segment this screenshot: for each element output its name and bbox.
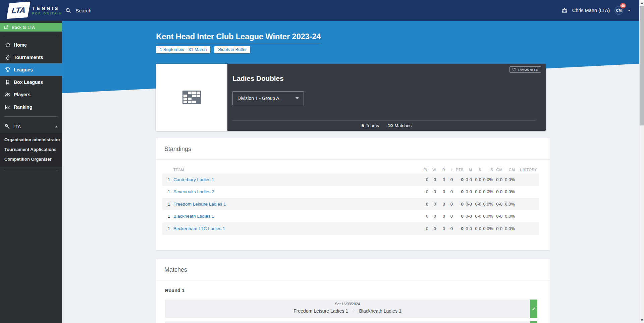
standings-row: 1 Sevenoaks Ladies 2 0 0 0 0 0 0-0 0-0 0…: [162, 186, 539, 198]
team-link[interactable]: Sevenoaks Ladies 2: [173, 189, 214, 194]
col-s-pct: S: [481, 168, 493, 172]
round-label: Round 1: [165, 288, 184, 293]
standings-row: 1 Canterbury Ladies 1 0 0 0 0 0 0-0 0-0 …: [162, 173, 539, 186]
chevron-down-icon: [296, 97, 299, 99]
event-stats: 5 Teams 10 Matches: [227, 120, 546, 131]
col-pts: PTS: [453, 168, 464, 172]
col-s: S: [472, 168, 481, 172]
event-image-panel: [156, 64, 227, 131]
col-d: D: [436, 168, 445, 172]
team-link[interactable]: Blackheath Ladies 1: [173, 214, 214, 219]
medal-icon: [5, 55, 10, 60]
scrollbar-down-arrow-icon[interactable]: [641, 319, 643, 321]
matches-section: Matches Round 1 Sat 16/03/2024 Freedom L…: [156, 259, 550, 323]
sidebar-item-ranking[interactable]: Ranking: [0, 101, 62, 113]
page-title: Kent Head Inter Club League Winter 2023-…: [156, 32, 321, 43]
team-link[interactable]: Freedom Leisure Ladies 1: [173, 202, 226, 207]
col-pl: PL: [416, 168, 428, 172]
basket-icon[interactable]: [561, 8, 568, 13]
division-select-value: Division 1 - Group A: [237, 96, 279, 101]
standings-row: 1 Freedom Leisure Ladies 1 0 0 0 0 0 0-0…: [162, 198, 539, 210]
division-select[interactable]: Division 1 - Group A: [232, 91, 304, 105]
col-gm-pct: GM: [502, 168, 515, 172]
lta-logo[interactable]: LTA TENNIS FOR BRITAIN: [8, 2, 62, 18]
col-team: TEAM: [173, 168, 416, 172]
match-row[interactable]: Sat 16/03/2024 Freedom Leisure Ladies 1 …: [165, 300, 537, 318]
search-label: Search: [75, 8, 92, 13]
rank-cell: 1: [162, 177, 173, 182]
standings-section: Standings TEAM PL W D L PTS M S S GM GM …: [156, 138, 550, 250]
user-menu-name[interactable]: Chris Mann (LTA): [572, 8, 610, 13]
standings-header-row: TEAM PL W D L PTS M S S GM GM HISTORY: [162, 166, 539, 173]
search-button[interactable]: Search: [65, 0, 92, 21]
sidebar-item-leagues[interactable]: Leagues: [0, 63, 62, 76]
teams-stat: 5 Teams: [362, 123, 379, 128]
sidebar-divider: [4, 170, 58, 170]
standings-row: 1 Blackheath Ladies 1 0 0 0 0 0 0-0 0-0 …: [162, 210, 539, 223]
top-navbar: LTA TENNIS FOR BRITAIN Search Chris Mann…: [0, 0, 639, 21]
section-divider: [156, 280, 550, 280]
page-scrollbar[interactable]: [639, 0, 644, 323]
sidebar-item-organisation-administrator[interactable]: Organisation administrator: [0, 135, 62, 145]
page-badges: 1 September - 31 March Siobhan Butler: [156, 46, 250, 53]
match-edit-button[interactable]: [530, 300, 537, 318]
match-teams: Freedom Leisure Ladies 1 - Blackheath La…: [165, 308, 530, 314]
sidebar-item-tournaments[interactable]: Tournaments: [0, 51, 62, 63]
standings-heading: Standings: [156, 138, 550, 153]
chart-line-icon: [5, 105, 10, 109]
trophy-icon: [5, 67, 10, 72]
matches-stat: 10 Matches: [388, 123, 412, 128]
notification-badge: 40: [620, 3, 626, 8]
favourite-label: FAVOURITE: [518, 68, 538, 71]
rank-cell: 1: [162, 189, 173, 194]
home-icon: [5, 42, 10, 47]
match-date: Sat 16/03/2024: [165, 302, 530, 306]
standings-table: TEAM PL W D L PTS M S S GM GM HISTORY 1 …: [162, 166, 539, 235]
sidebar-admin-panel: Organisation administrator Tournament Ap…: [0, 133, 62, 167]
standings-rows: 1 Canterbury Ladies 1 0 0 0 0 0 0-0 0-0 …: [162, 173, 539, 235]
team-link[interactable]: Canterbury Ladies 1: [173, 177, 214, 182]
search-icon: [65, 8, 71, 13]
match-row[interactable]: [165, 321, 537, 323]
sidebar-item-home[interactable]: Home: [0, 39, 62, 51]
brand-line1: TENNIS: [32, 6, 62, 11]
sidebar-item-tournament-applications[interactable]: Tournament Applications: [0, 145, 62, 154]
avatar[interactable]: CM 40: [614, 6, 623, 15]
away-team: Blackheath Ladies 1: [359, 308, 401, 314]
sidebar: Back to LTA Home Tournaments Leagues Box…: [0, 21, 62, 323]
ladder-icon: [5, 79, 10, 85]
draw-grid-icon: [182, 91, 201, 104]
col-w: W: [428, 168, 436, 172]
section-divider: [156, 159, 550, 160]
team-link[interactable]: Beckenham LTC Ladies 1: [173, 226, 225, 231]
sidebar-item-players[interactable]: Players: [0, 88, 62, 101]
players-icon: [5, 92, 10, 97]
sidebar-divider: [4, 116, 58, 117]
matches-heading: Matches: [156, 259, 550, 273]
col-history: HISTORY: [515, 168, 539, 172]
favourite-button[interactable]: FAVOURITE: [509, 66, 541, 73]
event-title: Ladies Doubles: [232, 74, 283, 83]
rank-cell: 1: [162, 214, 173, 219]
back-to-lta-button[interactable]: Back to LTA: [0, 23, 62, 32]
external-link-icon: [4, 25, 9, 30]
col-l: L: [445, 168, 453, 172]
rank-cell: 1: [162, 202, 173, 207]
collapse-caret-icon: [55, 126, 58, 127]
heart-icon: [513, 68, 516, 71]
lta-logo-mark-icon: LTA: [6, 2, 30, 19]
sidebar-divider: [4, 35, 58, 35]
user-menu-caret-icon[interactable]: [628, 10, 631, 11]
scrollbar-thumb[interactable]: [640, 6, 644, 125]
date-range-badge: 1 September - 31 March: [156, 46, 210, 53]
match-edit-button[interactable]: [530, 321, 537, 323]
standings-row: 1 Beckenham LTC Ladies 1 0 0 0 0 0 0-0 0…: [162, 222, 539, 235]
sidebar-item-box-leagues[interactable]: Box Leagues: [0, 76, 62, 88]
vs-separator: -: [353, 308, 355, 314]
scrollbar-up-arrow-icon[interactable]: [641, 2, 643, 4]
sidebar-admin-label: LTA: [13, 124, 21, 129]
event-hero-card: Ladies Doubles Division 1 - Group A 5 Te…: [156, 64, 546, 131]
sidebar-admin-toggle[interactable]: LTA: [0, 120, 62, 133]
pencil-icon: [532, 307, 536, 311]
sidebar-item-competition-organiser[interactable]: Competition Organiser: [0, 154, 62, 164]
